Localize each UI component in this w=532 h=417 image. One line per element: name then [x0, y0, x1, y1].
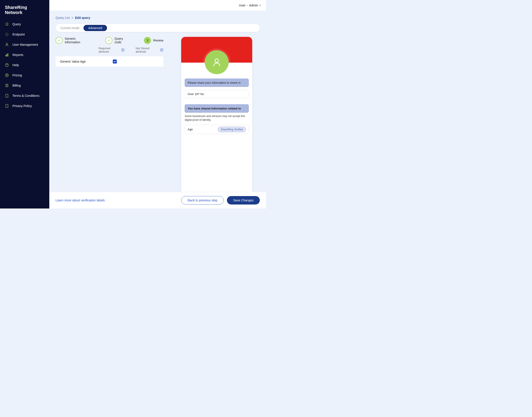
step-label: Generic information	[65, 37, 92, 44]
breadcrumb-current: Edit query	[75, 16, 90, 20]
verified-badge: ShareRing Verified	[218, 127, 246, 132]
disclaimer: Some businesses and services may not acc…	[185, 114, 249, 122]
nav-label: Query	[12, 22, 21, 26]
user-label: User	[239, 4, 246, 7]
steps: Generic information Query code 3 Review	[55, 37, 163, 44]
receipt-icon	[5, 83, 9, 87]
step-complete-icon	[105, 37, 112, 44]
nav-label: Endpoint	[12, 33, 25, 36]
attribute-row: Generic Value Age	[55, 56, 163, 67]
logo: ShareRing Network	[0, 5, 49, 19]
mode-active: Advanced	[83, 25, 107, 31]
breadcrumb: Query List > Edit query	[55, 16, 260, 20]
nav-label: User Management	[12, 43, 38, 46]
nav-label: Privacy Policy	[12, 104, 32, 108]
svg-rect-9	[6, 104, 8, 107]
breadcrumb-separator: >	[72, 16, 73, 20]
nav-label: Terms & Conditions	[12, 94, 39, 97]
nav-pricing[interactable]: Pricing	[0, 70, 49, 80]
chevron-down-icon	[259, 5, 261, 6]
step-1[interactable]: Generic information	[55, 37, 92, 44]
verified-row: Age ShareRing Verified	[185, 125, 249, 134]
svg-point-11	[123, 50, 123, 51]
document-outline-icon	[5, 104, 9, 108]
svg-point-5	[7, 66, 7, 66]
field-label: Age	[188, 128, 193, 131]
user-icon	[5, 43, 9, 47]
shared-title: You have shared information related to	[185, 104, 249, 113]
legend: Required attribute Not Stored attribute	[55, 47, 163, 53]
legend-label: Not Stored attribute	[136, 47, 159, 53]
help-icon	[5, 63, 9, 67]
svg-point-13	[162, 50, 162, 51]
learn-more-link[interactable]: Learn more about verification labels	[55, 198, 105, 202]
chart-icon	[5, 53, 9, 57]
dollar-icon	[5, 73, 9, 77]
legend-not-stored: Not Stored attribute	[136, 47, 163, 53]
nav-label: Reports	[12, 53, 23, 57]
info-icon	[121, 48, 125, 52]
step-label: Review	[153, 39, 163, 42]
info-icon	[160, 48, 163, 52]
nav-label: Pricing	[12, 73, 22, 77]
save-button[interactable]: Save Changes	[227, 196, 260, 205]
svg-rect-2	[7, 54, 7, 56]
separator: -	[247, 4, 248, 7]
nav-help[interactable]: Help	[0, 60, 49, 70]
required-checkbox[interactable]	[113, 60, 117, 63]
nav-endpoint[interactable]: Endpoint	[0, 29, 49, 40]
nav-user-management[interactable]: User Management	[0, 40, 49, 50]
nav-label: Billing	[12, 84, 21, 87]
mode-label: Current mode	[56, 25, 83, 31]
share-prompt: Please share your information to check i…	[185, 79, 249, 87]
footer: Learn more about verification labels Bac…	[49, 192, 266, 208]
role-label: Admin	[249, 4, 258, 7]
avatar	[205, 50, 229, 74]
step-label: Query code	[115, 37, 131, 44]
diamond-icon	[5, 32, 9, 36]
svg-rect-1	[6, 55, 6, 56]
mode-toggle[interactable]: Current mode Advanced	[55, 24, 260, 32]
header: User - Admin	[49, 0, 266, 11]
step-number: 3	[144, 37, 151, 44]
question-box: Over 18? No	[185, 90, 249, 98]
nav-reports[interactable]: Reports	[0, 50, 49, 60]
legend-required: Required attribute	[99, 47, 125, 53]
preview-card: Please share your information to check i…	[181, 37, 252, 192]
step-complete-icon	[55, 37, 63, 44]
nav-label: Help	[12, 63, 19, 67]
nav-privacy[interactable]: Privacy Policy	[0, 101, 49, 111]
svg-rect-3	[8, 53, 8, 56]
user-dropdown[interactable]: User - Admin	[239, 4, 261, 7]
document-icon	[5, 94, 9, 98]
breadcrumb-parent[interactable]: Query List	[55, 16, 70, 20]
back-button[interactable]: Back to previous step	[181, 196, 224, 205]
attribute-label: Generic Value Age	[60, 60, 86, 63]
check-icon	[114, 60, 116, 63]
user-avatar-icon	[211, 57, 222, 67]
nav-terms[interactable]: Terms & Conditions	[0, 91, 49, 101]
svg-point-14	[215, 59, 219, 63]
svg-point-0	[6, 43, 8, 45]
list-icon	[5, 22, 9, 26]
sidebar: ShareRing Network Query Endpoint User Ma…	[0, 0, 49, 208]
step-3[interactable]: 3 Review	[144, 37, 163, 44]
legend-label: Required attribute	[99, 47, 120, 53]
nav-billing[interactable]: Billing	[0, 80, 49, 91]
step-2[interactable]: Query code	[105, 37, 131, 44]
nav-query[interactable]: Query	[0, 19, 49, 29]
svg-rect-8	[6, 94, 8, 97]
